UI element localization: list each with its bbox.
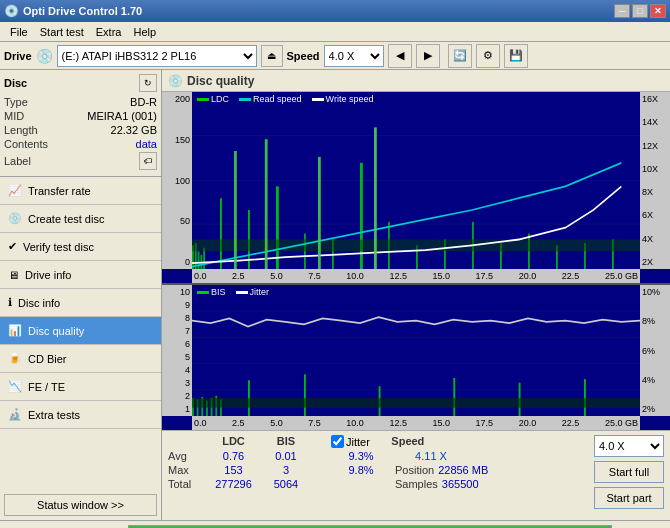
jitter-checkbox-container: Jitter [331,435,370,448]
menu-extra[interactable]: Extra [90,24,128,40]
avg-ldc: 0.76 [206,450,261,462]
disc-refresh-button[interactable]: ↻ [139,74,157,92]
bis-legend-label: BIS [211,287,226,297]
sidebar-item-fe-te[interactable]: 📉 FE / TE [0,373,161,401]
extra-tests-label: Extra tests [28,409,80,421]
max-label: Max [168,464,206,476]
chart-svg-bottom [192,285,640,416]
drive-select[interactable]: (E:) ATAPI iHBS312 2 PL16 [57,45,257,67]
y-axis-right-bottom: 10% 8% 6% 4% 2% [640,285,670,416]
jitter-legend: Jitter [236,287,270,297]
right-panel: 💿 Disc quality LDC Read speed [162,70,670,520]
svg-rect-42 [453,378,455,416]
svg-rect-39 [248,380,250,416]
chart-legend-top: LDC Read speed Write speed [197,94,373,104]
disc-contents-value: data [136,138,157,150]
max-bis: 3 [261,464,311,476]
disc-info-label: Disc info [18,297,60,309]
svg-rect-10 [276,186,279,269]
jitter-legend-label: Jitter [250,287,270,297]
titlebar-left: 💿 Opti Drive Control 1.70 [4,4,142,18]
app-icon: 💿 [4,4,19,18]
chart-legend-bottom: BIS Jitter [197,287,269,297]
transfer-rate-label: Transfer rate [28,185,91,197]
disc-label-label: Label [4,155,31,167]
position-label: Position [395,464,434,476]
forward-button[interactable]: ▶ [416,44,440,68]
settings-button[interactable]: ⚙ [476,44,500,68]
disc-mid-row: MID MEIRA1 (001) [4,110,157,122]
disc-label-icon[interactable]: 🏷 [139,152,157,170]
write-speed-legend: Write speed [312,94,374,104]
avg-speed: 4.11 X [391,450,471,462]
avg-bis: 0.01 [261,450,311,462]
sidebar-item-transfer-rate[interactable]: 📈 Transfer rate [0,177,161,205]
speed-header: Speed [378,435,438,448]
titlebar-controls[interactable]: ─ □ ✕ [614,4,666,18]
sidebar-item-create-test-disc[interactable]: 💿 Create test disc [0,205,161,233]
maximize-button[interactable]: □ [632,4,648,18]
menu-help[interactable]: Help [127,24,162,40]
refresh-button[interactable]: 🔄 [448,44,472,68]
svg-rect-27 [374,127,377,269]
svg-rect-25 [265,139,268,269]
main-content: Disc ↻ Type BD-R MID MEIRA1 (001) Length… [0,70,670,520]
samples-value: 365500 [442,478,479,490]
sidebar-item-verify-test-disc[interactable]: ✔ Verify test disc [0,233,161,261]
cd-bier-icon: 🍺 [8,352,22,365]
sidebar-item-cd-bier[interactable]: 🍺 CD Bier [0,345,161,373]
disc-title: Disc [4,77,27,89]
read-speed-legend: Read speed [239,94,302,104]
sidebar-item-disc-info[interactable]: ℹ Disc info [0,289,161,317]
disc-label-row: Label 🏷 [4,152,157,170]
max-ldc: 153 [206,464,261,476]
disc-quality-icon-header: 💿 [168,74,183,88]
stats-speed-select[interactable]: 4.0 X [594,435,664,457]
stats-bar: LDC BIS Jitter Speed Avg 0.76 0.01 [162,430,670,520]
write-speed-legend-label: Write speed [326,94,374,104]
minimize-button[interactable]: ─ [614,4,630,18]
bottom-chart: BIS Jitter 10 9 8 7 6 5 4 3 [162,285,670,430]
avg-jitter: 9.3% [331,450,391,462]
verify-test-disc-label: Verify test disc [23,241,94,253]
x-axis-bottom: 0.0 2.5 5.0 7.5 10.0 12.5 15.0 17.5 20.0… [192,416,640,430]
menu-start-test[interactable]: Start test [34,24,90,40]
max-jitter: 9.8% [331,464,391,476]
back-button[interactable]: ◀ [388,44,412,68]
start-full-button[interactable]: Start full [594,461,664,483]
close-button[interactable]: ✕ [650,4,666,18]
fe-te-label: FE / TE [28,381,65,393]
jitter-checkbox[interactable] [331,435,344,448]
disc-length-value: 22.32 GB [111,124,157,136]
sidebar-item-extra-tests[interactable]: 🔬 Extra tests [0,401,161,429]
plot-area-bottom [192,285,640,416]
status-window-button[interactable]: Status window >> [4,494,157,516]
position-value: 22856 MB [438,464,488,476]
sidebar-item-drive-info[interactable]: 🖥 Drive info [0,261,161,289]
stats-content: LDC BIS Jitter Speed Avg 0.76 0.01 [168,435,664,516]
menu-file[interactable]: File [4,24,34,40]
disc-quality-icon: 📊 [8,324,22,337]
ldc-legend-label: LDC [211,94,229,104]
menubar: File Start test Extra Help [0,22,670,42]
create-test-disc-label: Create test disc [28,213,104,225]
fe-te-icon: 📉 [8,380,22,393]
disc-contents-row: Contents data [4,138,157,150]
speed-select[interactable]: 4.0 X [324,45,384,67]
drive-info-label: Drive info [25,269,71,281]
create-test-disc-icon: 💿 [8,212,22,225]
plot-area-top [192,92,640,269]
svg-rect-44 [584,379,586,416]
read-speed-legend-label: Read speed [253,94,302,104]
svg-rect-8 [220,198,222,269]
jitter-header: Jitter [346,436,370,448]
disc-type-value: BD-R [130,96,157,108]
stats-table: LDC BIS Jitter Speed Avg 0.76 0.01 [168,435,586,490]
sidebar-item-disc-quality[interactable]: 📊 Disc quality [0,317,161,345]
eject-button[interactable]: ⏏ [261,45,283,67]
charts-container: LDC Read speed Write speed 200 150 [162,92,670,430]
start-part-button[interactable]: Start part [594,487,664,509]
sidebar: Disc ↻ Type BD-R MID MEIRA1 (001) Length… [0,70,162,520]
save-button[interactable]: 💾 [504,44,528,68]
titlebar: 💿 Opti Drive Control 1.70 ─ □ ✕ [0,0,670,22]
